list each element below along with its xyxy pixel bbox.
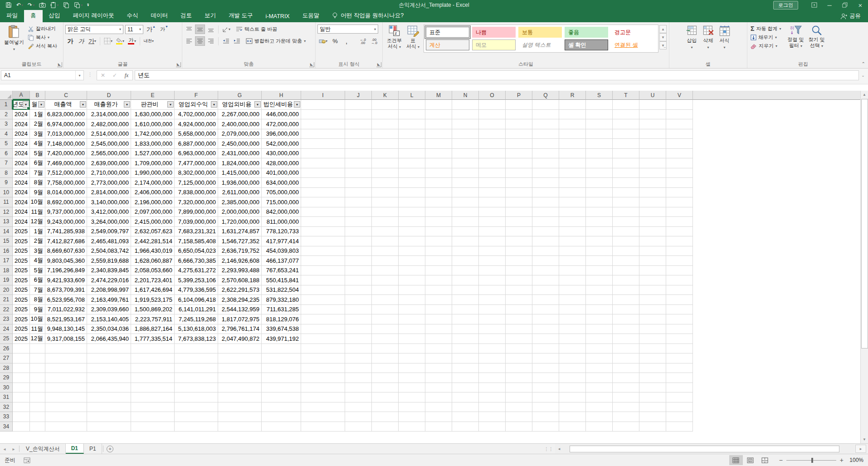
cell-A21[interactable]: 2025 [13,295,30,305]
cell-R18[interactable] [559,266,586,276]
row-header-21[interactable]: 21 [0,295,13,305]
scroll-up-arrow[interactable]: ▲ [861,91,868,98]
cell-N21[interactable] [452,295,479,305]
column-header-A[interactable]: A [13,91,30,100]
cell-K23[interactable] [372,314,399,324]
ribbon-tab-1[interactable]: 파일 [0,10,24,22]
formula-bar-splitter[interactable]: ⋮ [84,70,97,78]
cell-O14[interactable] [479,227,506,237]
cell-M22[interactable] [425,305,452,315]
row-header-20[interactable]: 20 [0,285,13,295]
cell-K12[interactable] [372,207,399,217]
cell-N13[interactable] [452,217,479,227]
cell-R25[interactable] [559,334,586,344]
cell-U3[interactable] [639,119,666,129]
cell-G5[interactable]: 2,450,000,000 [218,139,262,149]
cell-J32[interactable] [345,402,372,412]
cell-N2[interactable] [452,110,479,120]
cell-C33[interactable] [45,412,87,422]
cell-U6[interactable] [639,149,666,159]
cell-S19[interactable] [586,275,613,285]
cell-S8[interactable] [586,168,613,178]
cell-B27[interactable] [30,353,45,363]
row-header-26[interactable]: 26 [0,344,13,354]
cell-A31[interactable] [13,392,30,402]
filter-button-E[interactable]: ▼ [167,101,174,108]
cell-D9[interactable]: 2,773,000,000 [87,178,131,188]
cell-S17[interactable] [586,256,613,266]
cell-E14[interactable]: 2,632,057,623 [131,227,175,237]
cell-B14[interactable]: 1월 [30,227,45,237]
cell-H11[interactable]: 715,000,000 [262,197,301,207]
cell-P5[interactable] [506,139,532,149]
cell-A9[interactable]: 2024 [13,178,30,188]
cell-B26[interactable] [30,344,45,354]
cell-P13[interactable] [506,217,532,227]
cell-S18[interactable] [586,266,613,276]
cell-B20[interactable]: 7월 [30,285,45,295]
cell-N8[interactable] [452,168,479,178]
cell-E26[interactable] [131,344,175,354]
cell-L30[interactable] [399,383,425,393]
cell-K7[interactable] [372,158,399,168]
cell-H28[interactable] [262,363,301,373]
cell-F13[interactable]: 7,039,000,000 [175,217,218,227]
cell-D31[interactable] [87,392,131,402]
cell-R3[interactable] [559,119,586,129]
cell-J1[interactable] [345,100,372,110]
row-header-19[interactable]: 19 [0,275,13,285]
cell-K4[interactable] [372,129,399,139]
cell-J28[interactable] [345,363,372,373]
cell-M1[interactable] [425,100,452,110]
cell-C11[interactable]: 8,692,000,000 [45,197,87,207]
cell-S31[interactable] [586,392,613,402]
cell-G13[interactable]: 1,720,000,000 [218,217,262,227]
cell-C9[interactable]: 7,758,000,000 [45,178,87,188]
cell-R33[interactable] [559,412,586,422]
cell-U1[interactable] [639,100,666,110]
cell-P3[interactable] [506,119,532,129]
cell-P23[interactable] [506,314,532,324]
cell-U4[interactable] [639,129,666,139]
cell-R24[interactable] [559,324,586,334]
cell-N19[interactable] [452,275,479,285]
cell-V32[interactable] [666,402,693,412]
cell-O20[interactable] [479,285,506,295]
row-header-17[interactable]: 17 [0,256,13,266]
cell-A33[interactable] [13,412,30,422]
cell-style-10[interactable]: 연결된 셀 [611,39,654,50]
cell-D11[interactable]: 3,140,000,000 [87,197,131,207]
cell-R16[interactable] [559,246,586,256]
cell-D8[interactable]: 2,710,000,000 [87,168,131,178]
cell-Q13[interactable] [532,217,559,227]
cell-F15[interactable]: 7,158,585,408 [175,236,218,246]
cell-R4[interactable] [559,129,586,139]
cell-V4[interactable] [666,129,693,139]
cell-T2[interactable] [613,110,639,120]
macro-record-button[interactable] [24,457,30,463]
cell-G27[interactable] [218,353,262,363]
cell-E8[interactable]: 1,990,000,000 [131,168,175,178]
cell-F30[interactable] [175,383,218,393]
cell-M3[interactable] [425,119,452,129]
cell-H32[interactable] [262,402,301,412]
cell-P4[interactable] [506,129,532,139]
cell-O18[interactable] [479,266,506,276]
vertical-scroll-thumb[interactable] [861,99,868,348]
ribbon-tab-2[interactable]: 홈 [24,10,43,22]
cell-E4[interactable]: 1,742,000,000 [131,129,175,139]
cell-I1[interactable] [301,100,345,110]
cell-K1[interactable] [372,100,399,110]
cell-O17[interactable] [479,256,506,266]
cell-F6[interactable]: 6,963,000,000 [175,149,218,159]
cell-L6[interactable] [399,149,425,159]
cell-T5[interactable] [613,139,639,149]
cell-R20[interactable] [559,285,586,295]
cell-T14[interactable] [613,227,639,237]
cell-B29[interactable] [30,373,45,383]
cell-L3[interactable] [399,119,425,129]
cell-J11[interactable] [345,197,372,207]
cell-I15[interactable] [301,236,345,246]
row-header-13[interactable]: 13 [0,217,13,227]
cell-K21[interactable] [372,295,399,305]
